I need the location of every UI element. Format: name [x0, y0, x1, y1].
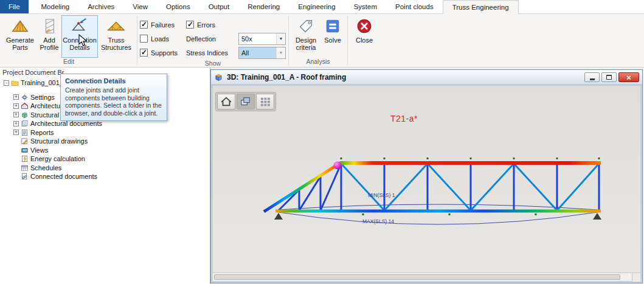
design-criteria-button[interactable]: Design criteria: [291, 15, 320, 58]
tab-archives[interactable]: Archives: [78, 0, 123, 13]
schedule-icon: [21, 164, 29, 171]
application-window: File Modeling Archives View Options Outp…: [0, 0, 644, 284]
design-criteria-icon: [297, 17, 315, 35]
tab-modeling[interactable]: Modeling: [32, 0, 79, 13]
solve-button[interactable]: Solve: [320, 15, 345, 58]
tree-item-label: Reports: [30, 129, 54, 136]
folder-icon: [11, 79, 19, 86]
tree-item-reports[interactable]: + Reports: [0, 128, 210, 137]
generate-parts-icon: [11, 17, 29, 35]
selected-joint-sphere[interactable]: [334, 162, 342, 170]
tree-item-energy-calculation[interactable]: Energy calculation: [0, 154, 210, 164]
add-profile-button[interactable]: Add Profile: [37, 15, 61, 58]
scrollbar-thumb[interactable]: [214, 274, 620, 280]
tree-item-views[interactable]: Views: [0, 146, 210, 155]
tree-item-structural-drawings[interactable]: Structural drawings: [0, 137, 210, 146]
truss-id-label: T21-a*: [390, 114, 418, 123]
tree-item-label: Energy calculation: [30, 155, 85, 162]
collapse-icon[interactable]: -: [4, 80, 9, 86]
connection-details-icon: [71, 17, 89, 35]
tab-file[interactable]: File: [0, 0, 29, 13]
tab-rendering[interactable]: Rendering: [238, 0, 289, 13]
house-icon: [220, 95, 233, 108]
chevron-down-icon[interactable]: [276, 47, 285, 58]
tab-engineering[interactable]: Engineering: [289, 0, 344, 13]
expand-icon[interactable]: +: [13, 130, 19, 135]
3d-view-icon: [214, 73, 223, 82]
window-titlebar[interactable]: 3D: Training_001_A - Roof framing: [211, 70, 642, 85]
tab-view[interactable]: View: [123, 0, 157, 13]
window-client-area: T21-a* MIN(SLS) 1 MAX(SLS) 14: [213, 86, 640, 281]
truss-structures-button[interactable]: Truss Structures: [98, 15, 134, 58]
chevron-down-icon[interactable]: [276, 33, 285, 44]
failures-checkbox[interactable]: [140, 21, 148, 29]
deflection-value: 50x: [239, 33, 276, 44]
tree-item-label: Connected documents: [30, 173, 97, 180]
grid-view-button[interactable]: [256, 94, 274, 109]
expand-icon[interactable]: +: [13, 121, 19, 126]
max-deflection-label: MAX(SLS) 14: [362, 218, 394, 224]
ribbon-group-close: Close: [348, 14, 380, 67]
failures-checkbox-row[interactable]: Failures: [140, 18, 186, 32]
horizontal-scrollbar[interactable]: [213, 272, 640, 281]
mouse-cursor-icon: [78, 34, 88, 47]
stress-indices-dropdown[interactable]: All: [238, 47, 286, 59]
min-deflection-label: MIN(SLS) 1: [368, 192, 395, 198]
generate-parts-button[interactable]: Generate Parts: [3, 15, 37, 58]
expand-icon[interactable]: +: [13, 112, 19, 117]
expand-icon[interactable]: +: [13, 94, 19, 100]
3d-view-window: 3D: Training_001_A - Roof framing: [210, 69, 643, 283]
ribbon-group-analysis: Design criteria Solve Analysis: [289, 14, 347, 67]
tree-item-connected-documents[interactable]: Connected documents: [0, 172, 210, 181]
tab-system[interactable]: System: [345, 0, 386, 13]
tooltip-body: Create joints and add joint components b…: [65, 86, 162, 117]
truss-drawing: [213, 86, 640, 272]
loads-checkbox[interactable]: [140, 35, 148, 43]
errors-checkbox[interactable]: [186, 21, 194, 29]
supports-label: Supports: [151, 49, 178, 57]
close-icon: [626, 72, 631, 83]
ribbon-group-edit: Generate Parts Add Profile: [1, 14, 136, 67]
view-toolbar: [215, 92, 276, 111]
home-view-button[interactable]: [217, 94, 235, 109]
minimize-button[interactable]: [584, 72, 600, 82]
tab-truss-engineering[interactable]: Truss Engineering: [443, 0, 519, 14]
loads-checkbox-row[interactable]: Loads: [140, 32, 186, 46]
window-close-button[interactable]: [618, 72, 639, 82]
view-mode-button[interactable]: [237, 94, 255, 109]
truss-structures-icon: [107, 17, 125, 35]
solve-icon: [324, 17, 342, 35]
supports-checkbox-row[interactable]: Supports: [140, 46, 186, 60]
views-icon: [21, 147, 29, 154]
tree-item-label: Architectural documents: [30, 120, 102, 127]
report-icon: [21, 129, 29, 136]
tab-output[interactable]: Output: [199, 0, 239, 13]
supports-checkbox[interactable]: [140, 49, 148, 57]
energy-icon: [21, 155, 29, 162]
deflection-label: Deflection: [186, 35, 238, 43]
tooltip-title: Connection Details: [65, 77, 162, 85]
maximize-button[interactable]: [601, 72, 617, 82]
ribbon-group-show: Failures Loads Supports: [138, 14, 288, 67]
tree-item-label: Structural drawings: [30, 137, 88, 145]
left-support: [274, 213, 283, 220]
tab-point-clouds[interactable]: Point clouds: [386, 0, 443, 13]
errors-checkbox-row[interactable]: Errors: [186, 18, 286, 32]
group-separator: [137, 16, 137, 65]
stress-indices-label: Stress Indices: [186, 49, 238, 57]
close-button[interactable]: Close: [350, 15, 378, 58]
loads-label: Loads: [151, 35, 169, 43]
3d-canvas[interactable]: T21-a* MIN(SLS) 1 MAX(SLS) 14: [213, 86, 640, 272]
architectural-model-icon: [21, 102, 29, 109]
expand-icon[interactable]: +: [13, 103, 19, 109]
minimize-icon: [590, 78, 595, 80]
deflection-dropdown[interactable]: 50x: [238, 33, 286, 45]
drawing-icon: [21, 137, 29, 145]
tab-options[interactable]: Options: [157, 0, 199, 13]
edit-group-label: Edit: [1, 58, 136, 67]
tree-item-label: Settings: [30, 94, 55, 101]
add-profile-icon: [40, 17, 58, 35]
analysis-group-label: Analysis: [289, 58, 347, 67]
maximize-icon: [606, 75, 612, 80]
tree-item-schedules[interactable]: Schedules: [0, 164, 210, 173]
